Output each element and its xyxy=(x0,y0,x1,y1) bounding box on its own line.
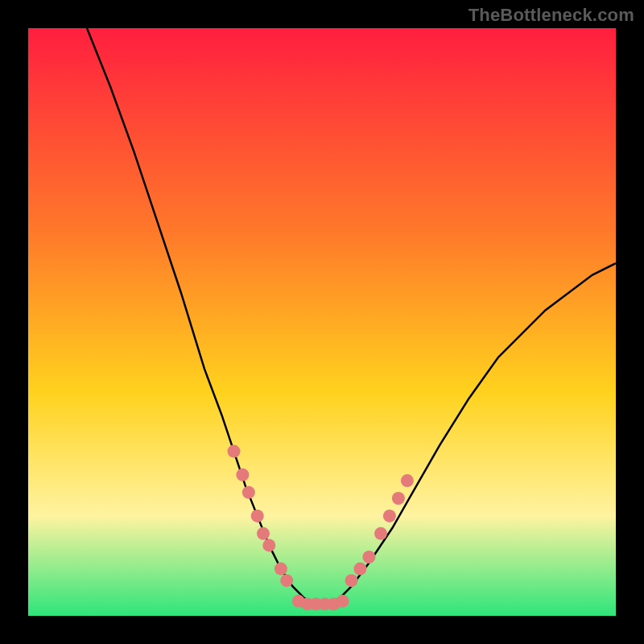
chart-container: TheBottleneck.com xyxy=(0,0,644,644)
data-point-marker xyxy=(353,563,366,576)
chart-svg xyxy=(0,0,644,644)
watermark-text: TheBottleneck.com xyxy=(469,5,634,26)
data-point-marker xyxy=(374,527,387,540)
data-point-marker xyxy=(401,474,414,487)
data-point-marker xyxy=(345,574,358,587)
data-point-marker xyxy=(392,492,405,505)
data-point-marker xyxy=(257,527,270,540)
data-point-marker xyxy=(262,539,275,551)
data-point-marker xyxy=(383,510,396,522)
data-point-marker xyxy=(275,563,287,576)
data-point-marker xyxy=(251,510,264,522)
data-point-marker xyxy=(236,469,249,481)
plot-background xyxy=(28,28,616,616)
data-point-marker xyxy=(280,574,293,587)
data-point-marker xyxy=(242,486,255,499)
data-point-marker xyxy=(228,445,241,458)
data-point-marker xyxy=(362,551,375,564)
data-point-marker xyxy=(336,595,349,608)
